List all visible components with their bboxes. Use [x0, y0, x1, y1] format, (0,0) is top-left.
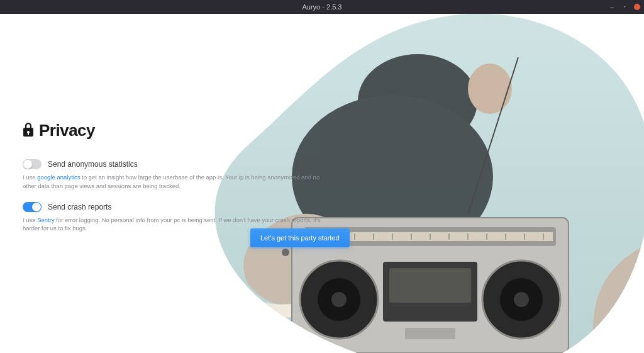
page-title: Privacy: [39, 121, 95, 140]
svg-point-5: [282, 249, 289, 256]
label-crash-reports: Send crash reports: [48, 203, 111, 211]
privacy-panel: Privacy Send anonymous statistics I use …: [23, 121, 325, 244]
minimize-icon[interactable]: –: [609, 4, 615, 10]
desc-anon-stats: I use google analytics to get an insight…: [23, 173, 325, 191]
svg-point-7: [633, 279, 642, 288]
toggle-crash-reports[interactable]: [23, 202, 42, 212]
page-heading: Privacy: [23, 121, 325, 140]
link-sentry[interactable]: Sentry: [37, 216, 54, 223]
lock-icon: [23, 123, 34, 139]
toggle-anon-stats[interactable]: [23, 159, 42, 169]
close-icon[interactable]: [634, 4, 640, 10]
svg-point-36: [514, 292, 529, 307]
window-controls: – ▫: [609, 0, 640, 14]
cta-button[interactable]: Let's get this party started: [250, 228, 350, 247]
app-body: Privacy Send anonymous statistics I use …: [0, 14, 644, 353]
setting-anon-stats: Send anonymous statistics I use google a…: [23, 159, 325, 191]
window-titlebar: Auryo - 2.5.3 – ▫: [0, 0, 644, 14]
window-title: Auryo - 2.5.3: [0, 3, 644, 11]
svg-point-32: [331, 292, 347, 307]
label-anon-stats: Send anonymous statistics: [48, 160, 138, 169]
link-google-analytics[interactable]: google analytics: [37, 174, 80, 181]
svg-rect-27: [389, 268, 471, 303]
svg-rect-28: [405, 328, 455, 339]
maximize-icon[interactable]: ▫: [621, 4, 628, 10]
svg-point-3: [468, 64, 512, 114]
